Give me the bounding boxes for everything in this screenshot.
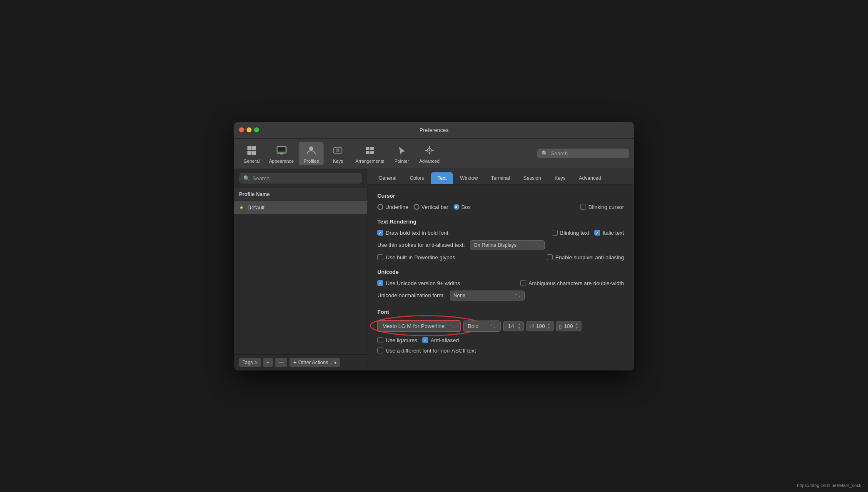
- tags-button[interactable]: Tags >: [239, 358, 261, 367]
- settings-content: Cursor Underline Vertical bar Box: [367, 184, 634, 370]
- close-button[interactable]: [239, 127, 244, 132]
- tab-session[interactable]: Session: [517, 172, 547, 184]
- ligatures-checkbox-box: [377, 337, 383, 343]
- unicode-row1: ✓ Use Unicode version 9+ widths Ambiguou…: [377, 280, 624, 286]
- font-family-dropdown[interactable]: Meslo LG M for Powerline ⌃⌄: [377, 320, 461, 332]
- profile-list-header: Profile Name: [234, 188, 367, 201]
- font-size-value: 14: [506, 323, 516, 329]
- star-icon: ★: [239, 204, 244, 211]
- profile-search-input[interactable]: 🔍 Search: [239, 173, 362, 184]
- toolbar-search[interactable]: 🔍 Search: [537, 149, 629, 158]
- unicode-section: Unicode ✓ Use Unicode version 9+ widths …: [377, 269, 624, 301]
- v-spacing-spinbox[interactable]: v|i 100 ▲ ▼: [526, 321, 554, 331]
- profile-item-default[interactable]: ★ Default: [234, 201, 367, 214]
- toolbar-item-appearance[interactable]: Appearance: [266, 142, 297, 165]
- different-font-checkbox[interactable]: Use a different font for non-ASCII text: [377, 348, 476, 354]
- subpixel-antialiasing-label: Enable subpixel anti-aliasing: [555, 254, 624, 261]
- anti-aliased-label: Anti-aliased: [431, 337, 459, 343]
- toolbar: General Appearance: [234, 139, 634, 169]
- zoom-button[interactable]: [254, 127, 259, 132]
- general-icon: [245, 144, 258, 157]
- v-spacing-down-arrow[interactable]: ▼: [547, 326, 551, 330]
- font-size-spinbox[interactable]: 14 ▲ ▼: [503, 321, 524, 331]
- unicode-title: Unicode: [377, 269, 624, 275]
- blinking-text-checkbox[interactable]: Blinking text: [552, 230, 589, 236]
- h-spacing-up-arrow[interactable]: ▲: [575, 323, 579, 326]
- toolbar-item-arrangements[interactable]: Arrangements: [352, 142, 387, 165]
- radio-vertical-bar[interactable]: Vertical bar: [414, 204, 449, 210]
- svg-text:⌘: ⌘: [336, 148, 340, 153]
- profile-search-placeholder: Search: [252, 175, 269, 181]
- toolbar-icons: General Appearance: [239, 142, 443, 165]
- font-title: Font: [377, 309, 624, 315]
- font-size-down-arrow[interactable]: ▼: [518, 326, 521, 330]
- remove-profile-button[interactable]: —: [275, 358, 287, 367]
- subpixel-antialiasing-checkbox[interactable]: Enable subpixel anti-aliasing: [547, 254, 624, 261]
- bold-font-checkbox[interactable]: ✓ Draw bold text in bold font: [377, 230, 448, 236]
- different-font-checkbox-box: [377, 348, 383, 353]
- tab-terminal[interactable]: Terminal: [485, 172, 516, 184]
- thin-strokes-label: Use thin strokes for anti-aliased text:: [377, 242, 465, 248]
- thin-strokes-value: On Retina Displays: [474, 242, 516, 248]
- h-spacing-arrows[interactable]: ▲ ▼: [575, 323, 579, 330]
- general-label: General: [243, 159, 259, 164]
- ambiguous-chars-checkbox-box: [520, 280, 526, 286]
- blinking-cursor-checkbox[interactable]: Blinking cursor: [580, 204, 624, 210]
- powerline-glyphs-checkbox[interactable]: Use built-in Powerline glyphs: [377, 254, 455, 261]
- radio-box[interactable]: Box: [454, 204, 471, 210]
- svg-rect-1: [252, 146, 256, 150]
- main-content: 🔍 Search Profile Name ★ Default Tags > +: [234, 169, 634, 370]
- preferences-window: Preferences General: [234, 122, 634, 370]
- thin-strokes-dropdown[interactable]: On Retina Displays ⌃⌄: [470, 240, 545, 250]
- radio-underline[interactable]: Underline: [377, 204, 409, 210]
- svg-rect-3: [252, 151, 256, 155]
- add-profile-button[interactable]: +: [263, 358, 273, 367]
- normalization-dropdown[interactable]: None ⌃⌄: [450, 291, 525, 301]
- toolbar-item-pointer[interactable]: Pointer: [389, 142, 414, 165]
- tab-advanced[interactable]: Advanced: [573, 172, 607, 184]
- unicode-widths-checkbox[interactable]: ✓ Use Unicode version 9+ widths: [377, 280, 460, 286]
- pointer-label: Pointer: [394, 159, 409, 164]
- radio-circle-vertical-bar: [414, 204, 419, 210]
- text-rendering-row3: Use built-in Powerline glyphs Enable sub…: [377, 254, 624, 261]
- h-spacing-value: 100: [564, 323, 574, 329]
- font-family-value: Meslo LG M for Powerline: [382, 323, 445, 329]
- svg-rect-7: [280, 154, 283, 154]
- other-actions-button[interactable]: ✦ Other Actions... ▾: [289, 358, 340, 367]
- toolbar-item-advanced[interactable]: Advanced: [416, 142, 443, 165]
- powerline-glyphs-checkbox-box: [377, 254, 383, 260]
- cursor-section: Cursor Underline Vertical bar Box: [377, 193, 624, 210]
- tab-window[interactable]: Window: [454, 172, 484, 184]
- font-size-arrows[interactable]: ▲ ▼: [518, 323, 521, 330]
- anti-aliased-checkbox[interactable]: ✓ Anti-aliased: [422, 337, 459, 343]
- radio-circle-underline: [377, 204, 383, 210]
- ambiguous-chars-checkbox[interactable]: Ambiguous characters are double-width: [520, 280, 624, 286]
- h-spacing-down-arrow[interactable]: ▼: [575, 326, 579, 330]
- italic-text-checkbox[interactable]: ✓ Italic text: [594, 230, 624, 236]
- tab-colors[interactable]: Colors: [404, 172, 431, 184]
- v-spacing-arrows[interactable]: ▲ ▼: [547, 323, 551, 330]
- minimize-button[interactable]: [247, 127, 252, 132]
- profiles-label: Profiles: [304, 159, 319, 164]
- font-size-up-arrow[interactable]: ▲: [518, 323, 521, 326]
- normalization-label: Unicode normalization form:: [377, 292, 445, 298]
- h-spacing-spinbox[interactable]: n̲ 100 ▲ ▼: [556, 321, 581, 331]
- font-style-dropdown[interactable]: Bold ⌃⌄: [463, 321, 501, 332]
- ambiguous-chars-label: Ambiguous characters are double-width: [529, 280, 624, 286]
- font-options-row1: Use ligatures ✓ Anti-aliased: [377, 337, 624, 343]
- font-dropdown-arrow: ⌃⌄: [449, 324, 456, 328]
- search-bar: 🔍 Search: [234, 169, 367, 188]
- tab-text[interactable]: Text: [431, 172, 453, 184]
- different-font-label: Use a different font for non-ASCII text: [386, 348, 476, 354]
- toolbar-item-profiles[interactable]: Profiles: [299, 142, 324, 165]
- radio-underline-label: Underline: [385, 204, 409, 210]
- ligatures-checkbox[interactable]: Use ligatures: [377, 337, 417, 343]
- advanced-icon: [423, 144, 436, 157]
- left-panel: 🔍 Search Profile Name ★ Default Tags > +: [234, 169, 367, 370]
- tab-keys[interactable]: Keys: [548, 172, 572, 184]
- toolbar-item-general[interactable]: General: [239, 142, 264, 165]
- v-spacing-up-arrow[interactable]: ▲: [547, 323, 551, 326]
- toolbar-item-keys[interactable]: ⌘ Keys: [325, 142, 350, 165]
- text-rendering-section: Text Rendering ✓ Draw bold text in bold …: [377, 219, 624, 261]
- tab-general[interactable]: General: [372, 172, 403, 184]
